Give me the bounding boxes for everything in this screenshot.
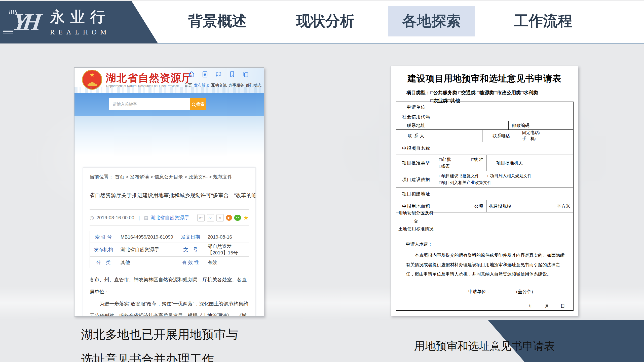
phone-cell: 固定电话: 手 机: bbox=[520, 130, 573, 142]
field-label: 项目拟建地址 bbox=[396, 188, 436, 200]
slide-top-edge bbox=[0, 0, 644, 1]
skyline-decoration bbox=[74, 87, 264, 93]
checkbox-record: □备案 bbox=[439, 163, 450, 169]
field-label: 项目批准类型 bbox=[396, 155, 436, 171]
site-content-background: 当前位置： 首页 > 发布解读 > 信息公开目录 > 政策文件 > 规范文件 省… bbox=[74, 116, 264, 316]
wechat-share-icon[interactable] bbox=[234, 215, 241, 221]
divider bbox=[90, 209, 249, 210]
article-tools: A⁺ A⁻ A ★ bbox=[197, 214, 249, 221]
field-label: 用地功能分区及符合 土地使用标准情况 bbox=[396, 212, 436, 230]
tab-background-overview[interactable]: 背景概述 bbox=[188, 11, 247, 31]
form-row-approval-type: 项目批准类型 □审 批 □核 准 □备案 项目批准机关 bbox=[396, 155, 573, 171]
font-decrease-button[interactable]: A⁻ bbox=[207, 214, 214, 221]
field-label: 申报项目名称 bbox=[396, 142, 436, 155]
info-key: 发布机构 bbox=[90, 243, 117, 257]
checkbox-planning-doc: □项目列入相关规划文件 bbox=[487, 173, 532, 179]
field-input-area bbox=[436, 188, 573, 200]
mobile-label: 手 机: bbox=[520, 136, 573, 142]
date-year: 年 bbox=[529, 303, 533, 309]
paragraph: 各市、州、直管市、神农架林区自然资源和规划局，厅机关各处室、各直属单位： bbox=[90, 274, 249, 298]
field-label: 联系电话 bbox=[482, 130, 520, 142]
search-input[interactable] bbox=[109, 98, 190, 110]
form-row-site-address: 项目拟建地址 bbox=[396, 188, 573, 200]
divider bbox=[90, 225, 249, 225]
approval-checkboxes: □审 批 □核 准 □备案 bbox=[436, 155, 486, 171]
field-input-area bbox=[436, 112, 573, 121]
tab-status-analysis[interactable]: 现状分析 bbox=[296, 11, 355, 31]
info-key: 分 类 bbox=[90, 257, 117, 268]
site-header: ★ 湖北省自然资源厅 Department of Natural Resourc… bbox=[74, 68, 264, 93]
document-info-table: 索 引 号 MB1644959/2019-61099 发文日期 2019-08-… bbox=[90, 231, 249, 268]
form-row-construction-basis: 项目建设依据 □项目建议书批复文件 □项目列入相关规划文件 □项目列入相关产业政… bbox=[396, 171, 573, 188]
form-row-applicant: 申请单位 bbox=[396, 102, 573, 112]
presentation-slide: YH 永业行 REALHOM 背景概述 现状分析 各地探索 工作流程 ★ 湖北省… bbox=[0, 0, 644, 362]
search-button[interactable]: 搜索 bbox=[190, 98, 206, 110]
copy-icon[interactable] bbox=[242, 71, 249, 79]
favorite-star-icon[interactable]: ★ bbox=[243, 215, 249, 221]
info-value: 其他 bbox=[117, 257, 177, 268]
emblem-gate-icon bbox=[88, 82, 97, 86]
field-input-area bbox=[436, 130, 482, 142]
article-meta: ◷ 2019-08-16 00:00 ｜ ▤ 湖北省自然资源厅 bbox=[90, 214, 189, 221]
publish-source[interactable]: 湖北省自然资源厅 bbox=[150, 214, 189, 221]
bookmark-icon[interactable] bbox=[229, 71, 236, 79]
pledge-title: 申请人承诺： bbox=[406, 241, 569, 247]
chat-icon[interactable] bbox=[215, 71, 222, 79]
project-type-options: □公共服务类 □交通类 □能源类□市政公用类□水利类 bbox=[430, 90, 538, 95]
seal-label: （盖公章） bbox=[514, 289, 536, 295]
checkbox-row: □审 批 □核 准 bbox=[439, 157, 483, 162]
info-key: 发文日期 bbox=[177, 231, 204, 243]
site-title: 湖北省自然资源厅 bbox=[106, 71, 192, 85]
pledge-cell: 申请人承诺： 本表填报内容及提交的所有资料的原件或复印件及其内容是真实的。如因隐… bbox=[396, 230, 573, 310]
company-logo-icon: YH bbox=[11, 10, 45, 34]
info-value: 2019-08-16 bbox=[204, 231, 249, 243]
company-logo-plate: YH 永业行 REALHOM bbox=[0, 0, 158, 43]
info-value: 鄂自然资发【2019】15号 bbox=[204, 243, 249, 257]
info-value: 湖北省自然资源厅 bbox=[117, 243, 177, 257]
form-title: 建设项目用地预审和选址意见书申请表 bbox=[391, 73, 578, 84]
application-form: 建设项目用地预审和选址意见书申请表 项目类型：□公共服务类 □交通类 □能源类□… bbox=[391, 66, 578, 316]
info-value: 有效 bbox=[204, 257, 249, 268]
tab-local-exploration[interactable]: 各地探索 bbox=[388, 6, 475, 36]
article-body: 各市、州、直管市、神农架林区自然资源和规划局，厅机关各处室、各直属单位： 为进一… bbox=[90, 274, 249, 316]
basis-checkboxes: □项目建议书批复文件 □项目列入相关规划文件 □项目列入相关产业政策文件 bbox=[436, 171, 573, 188]
unit-hectare: 公顷 bbox=[474, 203, 483, 209]
form-table: 申请单位 社会信用代码 联系地址 邮政编码 联 系 人 联系电话 固定电话: 手… bbox=[396, 102, 574, 311]
form-row-project-name: 申报项目名称 bbox=[396, 142, 573, 155]
publish-date: 2019-08-16 00:00 bbox=[96, 215, 134, 220]
field-input-area bbox=[436, 121, 508, 129]
field-input-area bbox=[436, 212, 573, 230]
form-row-contact: 联 系 人 联系电话 固定电话: 手 机: bbox=[396, 129, 573, 142]
checkbox-approve: □审 批 bbox=[439, 157, 451, 162]
left-caption: 湖北多地也已开展用地预审与 选址意见书合并办理工作 bbox=[81, 322, 238, 362]
pledge-body: 本表填报内容及提交的所有资料的原件或复印件及其内容是真实的。如因隐瞒有关情况或者… bbox=[406, 251, 566, 279]
table-row: 分 类 其他 有 效 性 有效 bbox=[90, 257, 249, 268]
breadcrumb[interactable]: 当前位置： 首页 > 发布解读 > 信息公开目录 > 政策文件 > 规范文件 bbox=[90, 174, 249, 180]
right-caption: 用地预审和选址意见书申请表 bbox=[414, 339, 555, 353]
info-key: 有 效 性 bbox=[177, 257, 204, 268]
weibo-share-icon[interactable] bbox=[226, 215, 232, 221]
field-label: 联系地址 bbox=[396, 121, 436, 129]
date-month: 月 bbox=[545, 303, 549, 309]
document-icon[interactable] bbox=[201, 71, 209, 79]
field-input-area bbox=[436, 142, 573, 155]
project-type-line1: 项目类型：□公共服务类 □交通类 □能源类□市政公用类□水利类 bbox=[406, 89, 578, 96]
field-label: 社会信用代码 bbox=[396, 112, 436, 121]
paragraph: 为进一步落实“放管服”改革，聚焦“一优两落”，深化国土资源节约集约示范省创建，服… bbox=[90, 298, 249, 316]
sign-unit-label: 申请单位： bbox=[468, 289, 490, 295]
clock-icon: ◷ bbox=[90, 215, 94, 221]
font-increase-button[interactable]: A⁺ bbox=[197, 214, 205, 221]
project-type-prefix: 项目类型： bbox=[406, 90, 430, 95]
tab-work-process[interactable]: 工作流程 bbox=[514, 11, 572, 31]
form-row-address: 联系地址 邮政编码 bbox=[396, 121, 573, 129]
field-input-area bbox=[436, 102, 573, 112]
field-input-area bbox=[533, 121, 573, 129]
company-name-cn: 永业行 bbox=[50, 7, 110, 27]
checkbox-proposal-doc: □项目建议书批复文件 bbox=[439, 173, 479, 179]
form-row-land-function: 用地功能分区及符合 土地使用标准情况 bbox=[396, 212, 573, 230]
source-icon: ▤ bbox=[144, 215, 148, 220]
font-reset-button[interactable]: A bbox=[216, 214, 224, 221]
field-label: 项目建设依据 bbox=[396, 171, 436, 188]
home-icon[interactable] bbox=[188, 71, 195, 79]
unit-sqm: 平方米 bbox=[557, 203, 570, 209]
